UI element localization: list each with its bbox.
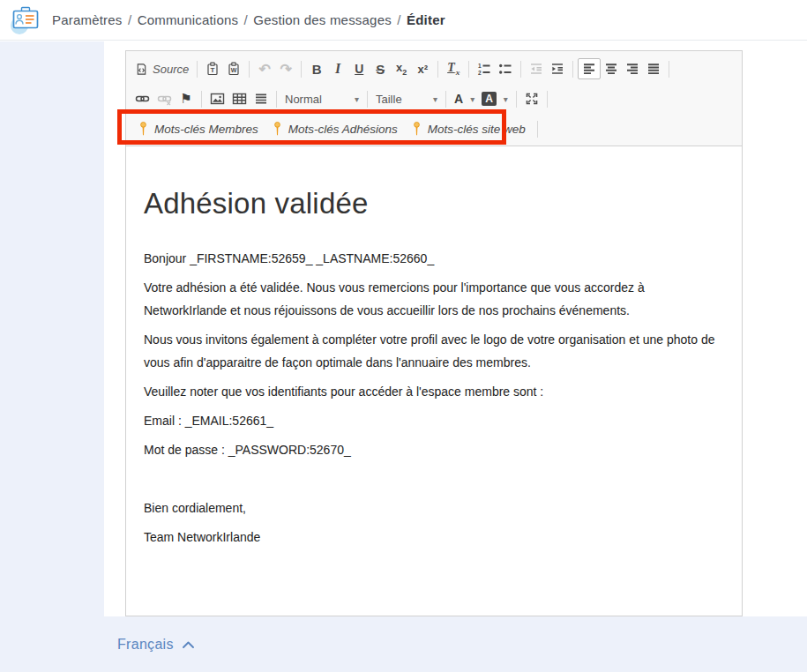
key-icon <box>138 122 148 137</box>
editor-toolbar: Source T W <box>126 51 742 146</box>
svg-text:1: 1 <box>478 63 482 69</box>
language-toggle[interactable]: Français <box>117 637 195 653</box>
remove-format-icon: Tx <box>447 61 460 77</box>
chevron-down-icon: ▾ <box>470 94 474 104</box>
message-paragraph: Votre adhésion a été validée. Nous vous … <box>144 276 724 322</box>
breadcrumb: Paramètres / Communications / Gestion de… <box>51 12 446 27</box>
language-label: Français <box>117 637 174 653</box>
toolbar-separator <box>537 121 538 138</box>
increase-indent-icon <box>550 62 564 76</box>
paste-word-icon: W <box>227 62 241 76</box>
svg-text:T: T <box>211 66 215 74</box>
underline-button[interactable]: U <box>348 58 370 79</box>
message-paragraph: Mot de passe : _PASSWORD:52670_ <box>144 438 724 461</box>
message-paragraph: Veuillez noter que vos identifiants pour… <box>144 380 724 403</box>
redo-button[interactable]: ↷ <box>275 58 296 79</box>
svg-text:2: 2 <box>478 70 482 76</box>
numbered-list-button[interactable]: 1 2 <box>474 58 495 79</box>
underline-icon: U <box>355 62 363 76</box>
background-color-icon: A <box>482 92 497 106</box>
paste-text-icon: T <box>205 62 220 76</box>
strikethrough-icon: S <box>376 62 385 77</box>
toolbar-separator <box>572 61 573 78</box>
numbered-list-icon: 1 2 <box>477 62 491 76</box>
undo-button[interactable]: ↶ <box>254 58 275 79</box>
key-icon <box>273 122 282 137</box>
decrease-indent-icon <box>529 62 543 76</box>
source-icon <box>135 63 148 76</box>
chevron-down-icon: ▾ <box>355 94 359 104</box>
breadcrumb-communications[interactable]: Communications <box>138 12 239 27</box>
message-paragraph: Bien cordialement, <box>144 497 724 519</box>
flag-icon: ⚑ <box>180 91 191 107</box>
keywords-membres-button[interactable]: Mots-clés Membres <box>131 120 265 138</box>
font-size-dropdown[interactable]: Taille ▾ <box>372 91 441 108</box>
decrease-indent-button[interactable] <box>526 58 547 79</box>
paste-from-word-button[interactable]: W <box>223 58 244 79</box>
link-button[interactable] <box>131 88 153 109</box>
align-center-button[interactable] <box>601 58 622 79</box>
message-heading: Adhésion validée <box>144 187 724 220</box>
unlink-icon <box>157 92 172 106</box>
toolbar-separator <box>669 61 669 78</box>
key-icon <box>412 122 422 137</box>
anchor-flag-button[interactable]: ⚑ <box>176 88 197 109</box>
insert-image-button[interactable] <box>206 88 228 109</box>
breadcrumb-separator: / <box>244 12 248 27</box>
source-button[interactable]: Source <box>131 58 192 79</box>
message-paragraph: Team NetworkIrlande <box>144 526 724 549</box>
bold-button[interactable]: B <box>306 58 327 79</box>
background-color-button[interactable]: A ▾ <box>478 88 512 109</box>
paste-as-text-button[interactable]: T <box>202 58 223 79</box>
breadcrumb-gestion-des-messages[interactable]: Gestion des messages <box>253 12 392 27</box>
keywords-adhesions-button[interactable]: Mots-clés Adhésions <box>265 120 405 138</box>
align-left-button[interactable] <box>578 58 601 79</box>
keywords-siteweb-button[interactable]: Mots-clés site web <box>405 120 533 138</box>
strikethrough-button[interactable]: S <box>370 58 391 79</box>
left-sidebar-panel <box>0 41 104 616</box>
maximize-icon <box>525 92 539 106</box>
align-right-button[interactable] <box>622 58 643 79</box>
paragraph-format-dropdown[interactable]: Normal ▾ <box>281 91 362 108</box>
chevron-down-icon: ▾ <box>433 94 437 104</box>
superscript-icon: x² <box>417 63 428 76</box>
breadcrumb-separator: / <box>397 12 400 27</box>
chevron-up-icon <box>182 640 195 649</box>
text-color-button[interactable]: A ▾ <box>451 88 478 109</box>
format-dropdown-value: Normal <box>285 93 322 106</box>
toolbar-separator <box>201 91 202 108</box>
svg-text:W: W <box>231 67 237 73</box>
italic-icon: I <box>335 61 340 77</box>
toolbar-separator <box>468 61 469 78</box>
editor-content-area[interactable]: Adhésion validée Bonjour _FIRSTNAME:5265… <box>126 146 742 615</box>
toolbar-row-2: ⚑ <box>131 84 736 114</box>
italic-button[interactable]: I <box>327 58 348 79</box>
toolbar-separator <box>197 61 198 78</box>
superscript-button[interactable]: x² <box>412 58 433 79</box>
unlink-button[interactable] <box>153 88 176 109</box>
align-center-icon <box>604 62 618 76</box>
maximize-button[interactable] <box>521 88 542 109</box>
remove-format-button[interactable]: Tx <box>443 58 464 79</box>
increase-indent-button[interactable] <box>547 58 568 79</box>
message-paragraph-blank <box>144 467 724 490</box>
toolbar-row-1: Source T W <box>131 54 736 84</box>
undo-icon: ↶ <box>259 61 271 78</box>
toolbar-separator <box>516 91 517 108</box>
horizontal-rule-button[interactable] <box>250 88 272 109</box>
bold-icon: B <box>312 62 322 77</box>
breadcrumb-parametres[interactable]: Paramètres <box>52 12 123 27</box>
toolbar-separator <box>547 91 548 108</box>
justify-button[interactable] <box>643 58 664 79</box>
align-left-icon <box>582 62 596 76</box>
subscript-icon: x2 <box>396 61 407 77</box>
keywords-adhesions-label: Mots-clés Adhésions <box>288 123 398 136</box>
top-bar: Paramètres / Communications / Gestion de… <box>0 0 807 41</box>
subscript-button[interactable]: x2 <box>391 58 412 79</box>
insert-table-button[interactable] <box>228 88 250 109</box>
toolbar-row-keywords: Mots-clés Membres Mots-clés Adhésions <box>131 114 736 144</box>
bulleted-list-button[interactable] <box>495 58 516 79</box>
align-right-icon <box>625 62 639 76</box>
keywords-membres-label: Mots-clés Membres <box>154 123 258 136</box>
keywords-siteweb-label: Mots-clés site web <box>428 123 526 136</box>
